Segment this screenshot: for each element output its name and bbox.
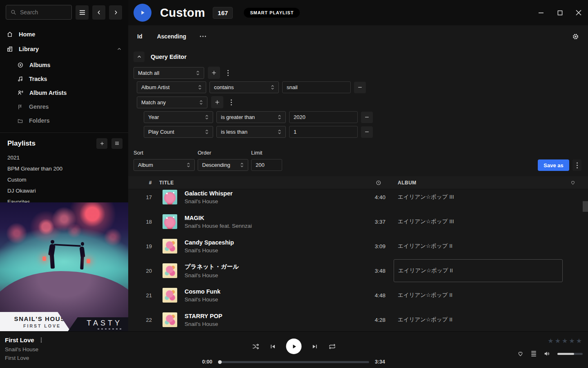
rule-operator-select[interactable]: is greater than [216, 111, 286, 123]
rule-value-input[interactable] [289, 111, 358, 123]
column-header-title[interactable]: TITLE [159, 180, 174, 186]
gear-icon[interactable] [572, 33, 579, 40]
track-table: # TITLE ALBUM 17 Galactic Whisper Snail'… [128, 176, 588, 331]
sort-select[interactable]: Album [134, 159, 195, 171]
save-as-button[interactable]: Save as [538, 159, 569, 171]
favorite-heart-icon[interactable] [517, 350, 524, 357]
remove-rule-button[interactable] [361, 112, 373, 123]
sidebar-item-folders[interactable]: Folders [17, 114, 128, 128]
sidebar-item-home[interactable]: Home [0, 27, 128, 42]
search-input[interactable] [20, 9, 65, 16]
table-row[interactable]: 17 Galactic Whisper Snail's House 4:40 エ… [128, 189, 588, 209]
track-album[interactable]: エイリアン☆ポップ II [398, 292, 563, 299]
seek-bar[interactable] [218, 361, 369, 363]
column-header-album[interactable]: ALBUM [398, 180, 416, 186]
sort-order-button[interactable]: Ascending [157, 33, 186, 40]
next-track-icon[interactable] [312, 343, 318, 350]
previous-track-icon[interactable] [270, 343, 276, 350]
search-box[interactable] [6, 5, 72, 20]
track-artist: Snail's House [185, 247, 353, 254]
table-row[interactable]: 18 MAGIK Snail's House feat. Sennzai 3:3… [128, 209, 588, 234]
match-type-select[interactable]: Match all [134, 67, 204, 79]
track-number: 22 [128, 317, 152, 323]
table-row[interactable]: 20 プラネット・ガール Snail's House 3:48 エイリアン☆ポッ… [128, 258, 588, 283]
track-number: 21 [128, 292, 152, 298]
kebab-icon[interactable] [572, 159, 581, 171]
rule-operator-select[interactable]: is less than [216, 126, 286, 138]
scrollbar-thumb[interactable] [583, 201, 588, 212]
track-album[interactable]: エイリアン☆ポップ III [398, 193, 563, 201]
shuffle-icon[interactable] [252, 343, 260, 350]
table-row[interactable]: 21 Cosmo Funk Snail's House 4:48 エイリアン☆ポ… [128, 283, 588, 307]
play-button[interactable] [286, 339, 302, 354]
forward-button[interactable] [109, 5, 122, 20]
add-rule-button[interactable] [208, 67, 220, 79]
rule-field-select[interactable]: Year [144, 111, 213, 123]
remove-rule-button[interactable] [354, 82, 366, 93]
sidebar-item-albums[interactable]: Albums [17, 58, 128, 72]
star-rating[interactable] [548, 337, 582, 345]
collapse-query-editor-button[interactable] [134, 52, 145, 62]
album-art-thumbnail [163, 312, 177, 327]
menu-button[interactable] [76, 5, 89, 20]
table-row[interactable]: 19 Candy Spaceship Snail's House 3:09 エイ… [128, 234, 588, 258]
match-type-select[interactable]: Match any [137, 96, 207, 108]
heart-icon[interactable] [570, 180, 576, 185]
rule-value-input[interactable] [289, 126, 358, 138]
order-select[interactable]: Descending [198, 159, 248, 171]
album-art-thumbnail [163, 214, 177, 229]
kebab-icon[interactable] [224, 67, 232, 79]
track-album[interactable]: エイリアン☆ポップ II [398, 316, 563, 323]
minus-icon [357, 85, 363, 90]
now-playing-artist: Snail's House [5, 346, 42, 352]
sort-field-button[interactable]: Id [137, 33, 142, 40]
rule-field-select[interactable]: Album Artist [137, 81, 206, 93]
limit-input[interactable] [251, 159, 282, 171]
close-button[interactable] [575, 9, 582, 16]
star-icon[interactable] [562, 337, 568, 345]
playlist-item[interactable]: BPM Greater than 200 [7, 163, 122, 174]
track-album-focused[interactable]: エイリアン☆ポップ II [394, 259, 563, 282]
volume-slider[interactable] [557, 353, 583, 355]
add-rule-button[interactable] [211, 96, 223, 108]
select-caret-icon [271, 85, 274, 90]
star-icon[interactable] [569, 337, 575, 345]
track-album[interactable]: エイリアン☆ポップ II [398, 242, 563, 250]
kebab-icon[interactable] [40, 337, 42, 343]
table-row[interactable]: 22 STARRY POP Snail's House 4:28 エイリアン☆ポ… [128, 307, 588, 331]
minimize-button[interactable] [538, 9, 544, 16]
playlist-item[interactable]: Custom [7, 174, 122, 185]
star-icon[interactable] [548, 337, 553, 345]
clock-icon[interactable] [376, 180, 381, 186]
order-label: Order [198, 150, 248, 156]
sidebar-item-library[interactable]: Library [0, 42, 128, 56]
album-art-title: FIRST LOVE [7, 323, 78, 328]
playlist-item[interactable]: DJ Okawari [7, 185, 122, 196]
star-icon[interactable] [576, 337, 582, 345]
sidebar-item-album-artists[interactable]: Album Artists [17, 86, 128, 100]
maximize-button[interactable] [557, 9, 563, 16]
sidebar-item-tracks[interactable]: Tracks [17, 72, 128, 86]
play-playlist-button[interactable] [134, 4, 151, 22]
queue-icon[interactable] [530, 351, 537, 357]
kebab-icon[interactable] [227, 96, 235, 108]
playback-controls [252, 339, 336, 354]
star-icon[interactable] [555, 337, 561, 345]
track-album[interactable]: エイリアン☆ポップ III [398, 218, 563, 225]
repeat-icon[interactable] [328, 343, 336, 350]
playlist-item[interactable]: 2021 [7, 152, 122, 163]
remove-rule-button[interactable] [361, 126, 373, 138]
back-button[interactable] [92, 5, 105, 20]
column-header-number[interactable]: # [128, 180, 152, 186]
volume-icon[interactable] [543, 350, 551, 357]
sidebar-item-genres[interactable]: Genres [17, 100, 128, 114]
track-title: Galactic Whisper [185, 190, 353, 197]
seek-handle[interactable] [218, 360, 222, 364]
ellipsis-icon[interactable] [199, 35, 207, 38]
rule-operator-select[interactable]: contains [209, 81, 279, 93]
rule-field-select[interactable]: Play Count [144, 126, 213, 138]
add-playlist-button[interactable] [96, 138, 107, 149]
rule-value-input[interactable] [282, 81, 351, 93]
playlist-list-button[interactable] [111, 138, 122, 149]
chevron-up-icon[interactable] [117, 47, 122, 52]
